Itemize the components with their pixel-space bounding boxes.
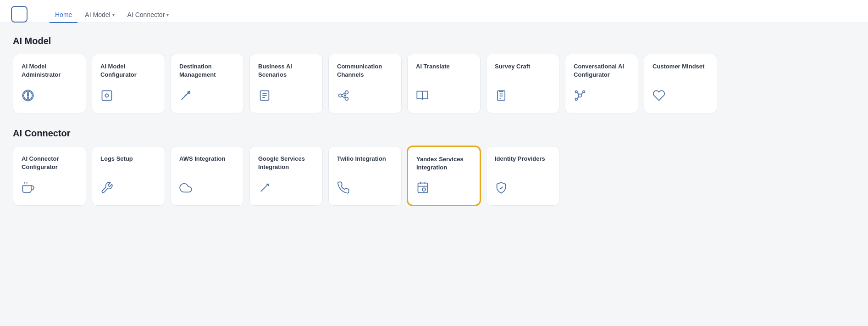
card-title: Google Services Integration <box>258 155 314 171</box>
logo <box>11 6 31 22</box>
card-business-ai-scenarios[interactable]: Business AI Scenarios <box>249 54 323 113</box>
nav-item-ai-connector[interactable]: AI Connector▾ <box>122 7 175 23</box>
card-ai-connector-configurator[interactable]: AI Connector Configurator <box>13 146 86 206</box>
shield-check-icon <box>495 181 551 197</box>
cards-grid: AI Model AdministratorAI Model Configura… <box>13 54 855 113</box>
card-logs-setup[interactable]: Logs Setup <box>92 146 165 206</box>
gear-box-icon <box>100 89 156 105</box>
svg-point-8 <box>339 94 342 97</box>
cards-grid: AI Connector ConfiguratorLogs SetupAWS I… <box>13 146 855 206</box>
svg-point-21 <box>575 98 578 101</box>
card-destination-management[interactable]: Destination Management <box>171 54 244 113</box>
card-title: Twilio Integration <box>337 155 393 163</box>
svg-point-10 <box>345 97 348 101</box>
heart-icon <box>652 89 708 105</box>
card-title: Customer Mindset <box>652 62 708 71</box>
card-title: Yandex Services Integration <box>416 155 471 172</box>
card-ai-model-configurator[interactable]: AI Model Configurator <box>92 54 165 113</box>
card-title: Identity Providers <box>495 155 551 163</box>
cloud-icon <box>179 181 235 197</box>
wrench-icon <box>100 181 156 197</box>
list-check-icon <box>258 89 314 105</box>
book-open-icon <box>416 89 472 105</box>
card-survey-craft[interactable]: Survey Craft <box>486 54 559 113</box>
card-aws-integration[interactable]: AWS Integration <box>171 146 244 206</box>
card-conversational-ai-configurator[interactable]: Conversational AI Configurator <box>565 54 638 113</box>
card-title: AI Translate <box>416 62 472 71</box>
card-communication-channels[interactable]: Communication Channels <box>328 54 402 113</box>
svg-point-20 <box>583 91 585 93</box>
gear-calendar-icon <box>416 181 471 197</box>
card-identity-providers[interactable]: Identity Providers <box>486 146 559 206</box>
chevron-down-icon: ▾ <box>166 12 169 17</box>
svg-line-22 <box>577 93 579 95</box>
svg-line-23 <box>581 93 583 95</box>
card-title: AI Connector Configurator <box>22 155 77 171</box>
card-yandex-services-integration[interactable]: Yandex Services Integration <box>407 146 481 206</box>
svg-point-19 <box>575 91 578 93</box>
card-google-services-integration[interactable]: Google Services Integration <box>249 146 323 206</box>
card-title: AWS Integration <box>179 155 235 163</box>
card-customer-mindset[interactable]: Customer Mindset <box>644 54 717 113</box>
card-title: AI Model Configurator <box>100 62 156 79</box>
svg-point-13 <box>344 95 346 97</box>
card-ai-model-administrator[interactable]: AI Model Administrator <box>13 54 86 113</box>
card-title: AI Model Administrator <box>22 62 77 79</box>
section-ai-model: AI ModelAI Model AdministratorAI Model C… <box>13 36 855 113</box>
card-title: Destination Management <box>179 62 235 79</box>
svg-rect-0 <box>102 91 112 101</box>
nav-item-ai-model[interactable]: AI Model▾ <box>79 7 120 23</box>
nav-item-home[interactable]: Home <box>50 7 77 23</box>
card-twilio-integration[interactable]: Twilio Integration <box>328 146 402 206</box>
svg-point-9 <box>345 91 348 94</box>
share-nodes-icon <box>574 89 630 105</box>
edit-pen-icon <box>258 181 314 197</box>
card-title: Survey Craft <box>495 62 551 71</box>
main-content: AI ModelAI Model AdministratorAI Model C… <box>0 23 868 233</box>
card-title: Business AI Scenarios <box>258 62 314 79</box>
section-title: AI Connector <box>13 128 855 139</box>
clipboard-list-icon <box>495 89 551 105</box>
needle-off-icon <box>179 89 235 105</box>
main-nav: HomeAI Model▾AI Connector▾ <box>50 6 174 22</box>
svg-point-1 <box>105 94 109 97</box>
card-title: Logs Setup <box>100 155 156 163</box>
logo-badge <box>11 6 28 22</box>
header: HomeAI Model▾AI Connector▾ <box>0 0 868 23</box>
card-ai-translate[interactable]: AI Translate <box>407 54 481 113</box>
chevron-down-icon: ▾ <box>112 12 115 17</box>
card-title: Conversational AI Configurator <box>574 62 630 79</box>
plug-icon <box>22 181 77 197</box>
section-title: AI Model <box>13 36 855 46</box>
needle-icon <box>22 89 77 105</box>
svg-line-27 <box>261 184 268 191</box>
svg-line-24 <box>577 96 579 98</box>
phone-icon <box>337 181 393 197</box>
card-title: Communication Channels <box>337 62 393 79</box>
nodes-icon <box>337 89 393 105</box>
section-ai-connector: AI ConnectorAI Connector ConfiguratorLog… <box>13 128 855 206</box>
